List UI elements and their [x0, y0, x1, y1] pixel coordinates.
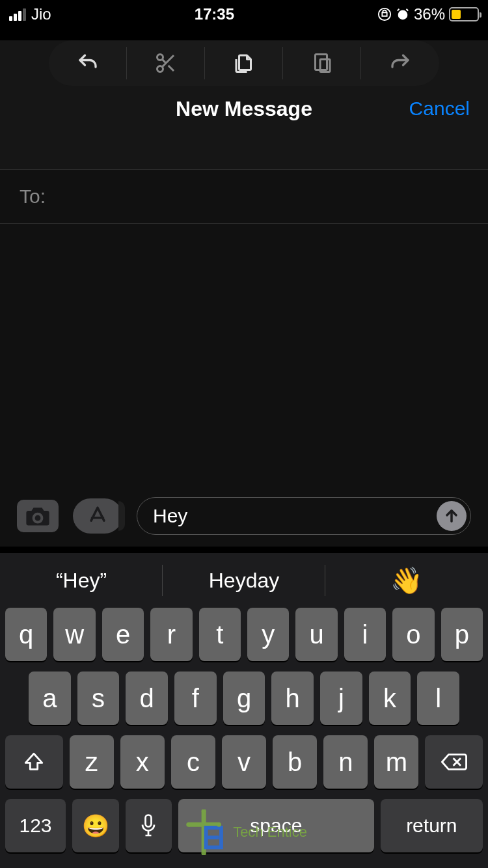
key-o[interactable]: o	[392, 608, 434, 661]
key-x[interactable]: x	[120, 735, 165, 789]
svg-point-13	[217, 822, 221, 827]
camera-button[interactable]	[17, 500, 59, 532]
battery-icon	[449, 7, 479, 21]
key-q[interactable]: q	[5, 608, 47, 661]
shift-key[interactable]	[5, 735, 63, 789]
cancel-button[interactable]: Cancel	[409, 98, 470, 120]
watermark-icon	[181, 809, 226, 855]
suggestion-0[interactable]: “Hey”	[0, 553, 163, 608]
svg-rect-7	[146, 815, 152, 827]
redo-button[interactable]	[361, 40, 439, 86]
send-button[interactable]	[437, 501, 467, 531]
key-e[interactable]: e	[102, 608, 144, 661]
key-a[interactable]: a	[29, 671, 71, 725]
key-u[interactable]: u	[295, 608, 337, 661]
key-t[interactable]: t	[199, 608, 241, 661]
mic-icon	[140, 814, 157, 837]
key-s[interactable]: s	[77, 671, 120, 725]
undo-button[interactable]	[49, 40, 127, 86]
key-row-1: q w e r t y u i o p	[0, 608, 488, 661]
key-w[interactable]: w	[53, 608, 95, 661]
numbers-key[interactable]: 123	[5, 799, 66, 852]
signal-bars-icon	[9, 8, 26, 21]
shift-icon	[23, 751, 45, 773]
paste-button[interactable]	[283, 40, 361, 86]
key-g[interactable]: g	[223, 671, 265, 725]
key-l[interactable]: l	[417, 671, 459, 725]
page-title: New Message	[176, 97, 312, 121]
appstore-icon	[87, 505, 109, 527]
emoji-key[interactable]: 😀	[72, 799, 119, 852]
compose-sheet: New Message Cancel	[0, 40, 488, 169]
copy-button[interactable]	[205, 40, 283, 86]
key-k[interactable]: k	[369, 671, 411, 725]
key-m[interactable]: m	[374, 735, 418, 789]
status-bar: Jio 17:35 36%	[0, 0, 488, 29]
key-f[interactable]: f	[174, 671, 217, 725]
backspace-icon	[441, 752, 467, 772]
key-v[interactable]: v	[222, 735, 266, 789]
message-input-text: Hey	[153, 505, 437, 527]
key-row-3: z x c v b n m	[0, 735, 488, 789]
backspace-key[interactable]	[425, 735, 483, 789]
suggestion-2[interactable]: 👋	[325, 553, 488, 608]
key-n[interactable]: n	[323, 735, 368, 789]
watermark-text: Tech Entice	[233, 824, 307, 841]
svg-point-2	[157, 55, 163, 61]
svg-point-1	[398, 10, 408, 20]
suggestion-1[interactable]: Heyday	[163, 553, 325, 608]
message-input[interactable]: Hey	[137, 497, 471, 535]
watermark: Tech Entice	[181, 809, 307, 855]
key-h[interactable]: h	[271, 671, 314, 725]
compose-bar: Hey	[0, 497, 488, 547]
to-field-row[interactable]: To:	[0, 169, 488, 224]
clock: 17:35	[195, 5, 234, 23]
modal-header: New Message Cancel	[0, 86, 488, 131]
orientation-lock-icon	[377, 7, 392, 21]
edit-toolbar	[49, 40, 439, 86]
key-p[interactable]: p	[441, 608, 483, 661]
key-y[interactable]: y	[247, 608, 289, 661]
arrow-up-icon	[442, 507, 461, 525]
battery-pct: 36%	[414, 5, 445, 23]
status-right: 36%	[377, 5, 479, 23]
to-label: To:	[20, 185, 46, 207]
svg-point-3	[157, 66, 163, 72]
key-r[interactable]: r	[150, 608, 192, 661]
cut-button[interactable]	[127, 40, 205, 86]
dictation-key[interactable]	[126, 799, 172, 852]
app-store-button[interactable]	[73, 498, 122, 534]
message-body-area[interactable]	[0, 224, 488, 497]
return-key[interactable]: return	[381, 799, 483, 852]
key-d[interactable]: d	[126, 671, 168, 725]
key-j[interactable]: j	[320, 671, 362, 725]
key-i[interactable]: i	[344, 608, 386, 661]
key-b[interactable]: b	[273, 735, 317, 789]
alarm-icon	[396, 7, 410, 21]
camera-icon	[25, 506, 51, 526]
key-row-2: a s d f g h j k l	[0, 671, 488, 725]
svg-point-12	[186, 822, 191, 827]
key-z[interactable]: z	[70, 735, 114, 789]
status-left: Jio	[9, 5, 51, 23]
suggestion-bar: “Hey” Heyday 👋	[0, 553, 488, 608]
carrier-label: Jio	[31, 5, 51, 23]
key-c[interactable]: c	[171, 735, 215, 789]
